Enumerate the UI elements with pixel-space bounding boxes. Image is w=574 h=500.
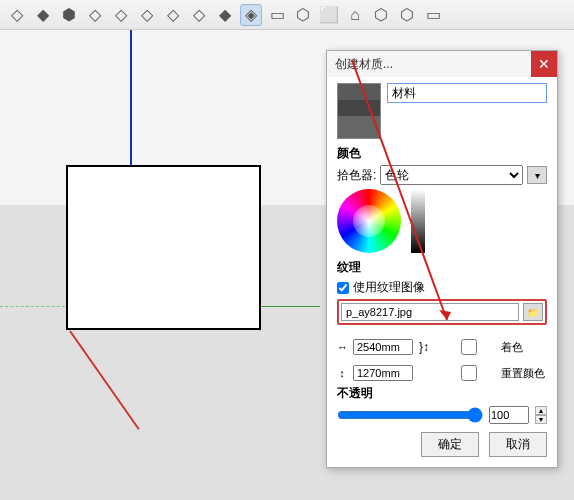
close-button[interactable]: ✕ bbox=[531, 51, 557, 77]
texture-section-label: 纹理 bbox=[337, 259, 547, 276]
picker-label: 拾色器: bbox=[337, 167, 376, 184]
toolbar-icon-2[interactable]: ◆ bbox=[32, 4, 54, 26]
picker-select[interactable]: 色轮 bbox=[380, 165, 523, 185]
dialog-titlebar: 创建材质... ✕ bbox=[327, 51, 557, 77]
use-texture-checkbox[interactable] bbox=[337, 282, 349, 294]
ok-button[interactable]: 确定 bbox=[421, 432, 479, 457]
reset-color-checkbox[interactable] bbox=[439, 365, 499, 381]
color-wheel[interactable] bbox=[337, 189, 401, 253]
toolbar-icon-4[interactable]: ◇ bbox=[84, 4, 106, 26]
opacity-slider[interactable] bbox=[337, 407, 483, 423]
toolbar-icon-11[interactable]: ▭ bbox=[266, 4, 288, 26]
toolbar-icon-5[interactable]: ◇ bbox=[110, 4, 132, 26]
width-arrow-icon: ↔ bbox=[337, 341, 347, 353]
link-icon[interactable]: }↕ bbox=[419, 331, 433, 363]
toolbar-icon-10-active[interactable]: ◈ bbox=[240, 4, 262, 26]
toolbar-icon-9[interactable]: ◆ bbox=[214, 4, 236, 26]
value-slider[interactable] bbox=[411, 189, 425, 253]
dialog-title: 创建材质... bbox=[335, 56, 393, 73]
toolbar-icon-14[interactable]: ⌂ bbox=[344, 4, 366, 26]
toolbar-icon-7[interactable]: ◇ bbox=[162, 4, 184, 26]
axis-green-pos bbox=[260, 306, 320, 307]
texture-file-row: 📁 bbox=[337, 299, 547, 325]
texture-height-input[interactable] bbox=[353, 365, 413, 381]
drawn-rectangle[interactable] bbox=[66, 165, 261, 330]
opacity-spinner[interactable]: ▲▼ bbox=[535, 406, 547, 424]
toolbar-icon-12[interactable]: ⬡ bbox=[292, 4, 314, 26]
colorize-checkbox[interactable] bbox=[439, 339, 499, 355]
color-section-label: 颜色 bbox=[337, 145, 547, 162]
create-material-dialog: 创建材质... ✕ 颜色 拾色器: 色轮 ▾ 纹理 使用纹理图像 📁 ↔ bbox=[326, 50, 558, 468]
toolbar-icon-8[interactable]: ◇ bbox=[188, 4, 210, 26]
reset-color-label: 重置颜色 bbox=[501, 366, 545, 381]
toolbar: ◇ ◆ ⬢ ◇ ◇ ◇ ◇ ◇ ◆ ◈ ▭ ⬡ ⬜ ⌂ ⬡ ⬡ ▭ bbox=[0, 0, 574, 30]
opacity-section-label: 不透明 bbox=[337, 385, 547, 402]
axis-blue bbox=[130, 30, 132, 165]
opacity-input[interactable] bbox=[489, 406, 529, 424]
toolbar-icon-15[interactable]: ⬡ bbox=[370, 4, 392, 26]
toolbar-icon-17[interactable]: ▭ bbox=[422, 4, 444, 26]
use-texture-label: 使用纹理图像 bbox=[353, 279, 425, 296]
material-preview bbox=[337, 83, 381, 139]
axis-green-neg bbox=[0, 306, 70, 307]
browse-file-icon[interactable]: 📁 bbox=[523, 303, 543, 321]
material-name-input[interactable] bbox=[387, 83, 547, 103]
picker-menu-icon[interactable]: ▾ bbox=[527, 166, 547, 184]
texture-file-input[interactable] bbox=[341, 303, 519, 321]
toolbar-icon-16[interactable]: ⬡ bbox=[396, 4, 418, 26]
toolbar-icon-13[interactable]: ⬜ bbox=[318, 4, 340, 26]
toolbar-icon-1[interactable]: ◇ bbox=[6, 4, 28, 26]
toolbar-icon-3[interactable]: ⬢ bbox=[58, 4, 80, 26]
texture-width-input[interactable] bbox=[353, 339, 413, 355]
toolbar-icon-6[interactable]: ◇ bbox=[136, 4, 158, 26]
height-arrow-icon: ↕ bbox=[337, 367, 347, 379]
cancel-button[interactable]: 取消 bbox=[489, 432, 547, 457]
colorize-label: 着色 bbox=[501, 340, 523, 355]
